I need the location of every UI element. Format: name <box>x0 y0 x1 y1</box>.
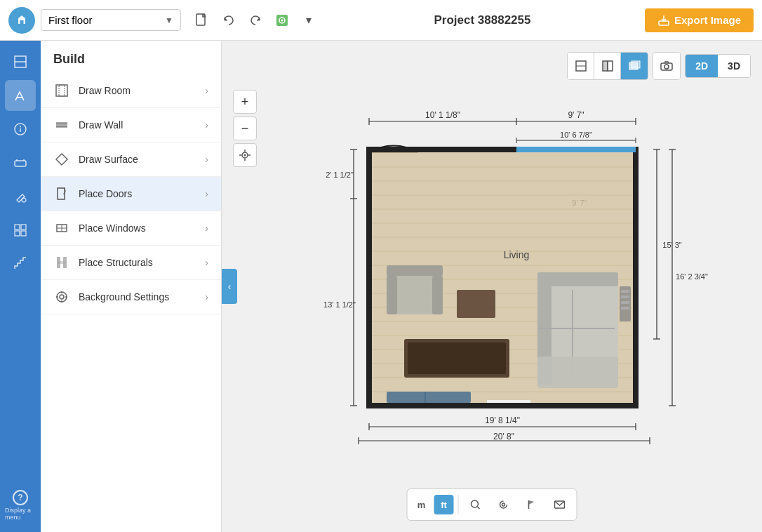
svg-rect-21 <box>59 85 65 96</box>
svg-point-11 <box>20 126 21 128</box>
svg-line-137 <box>478 507 480 509</box>
canvas-toolbar-bottom: m ft <box>407 488 577 521</box>
main-content: ? Display a menu Build Draw Room › Draw … <box>0 41 762 532</box>
menu-item-place-doors[interactable]: Place Doors › <box>41 177 221 211</box>
undo-button[interactable] <box>218 9 240 32</box>
help-button[interactable]: ? Display a menu <box>5 490 36 521</box>
export-button[interactable]: Export Image <box>645 8 754 32</box>
svg-marker-25 <box>56 154 67 165</box>
svg-point-35 <box>60 295 64 299</box>
draw-room-arrow: › <box>205 85 208 96</box>
sidebar-bottom: ? Display a menu <box>5 490 36 526</box>
svg-rect-129 <box>621 307 629 310</box>
save-button[interactable] <box>271 9 293 32</box>
panel-title: Build <box>41 41 221 74</box>
flag-tool-btn[interactable] <box>519 492 544 517</box>
canvas-toolbar-top: 2D 3D <box>567 52 751 80</box>
svg-text:20' 8": 20' 8" <box>493 432 514 441</box>
camera-btn[interactable] <box>653 53 680 79</box>
icon-sidebar: ? Display a menu <box>0 41 41 532</box>
svg-rect-42 <box>603 61 608 71</box>
svg-rect-124 <box>537 357 618 388</box>
floor-selector-arrow: ▼ <box>165 15 173 25</box>
help-label: Display a menu <box>5 507 36 521</box>
menu-item-draw-wall[interactable]: Draw Wall › <box>41 108 221 142</box>
svg-point-136 <box>472 500 479 507</box>
sidebar-item-build[interactable] <box>5 80 36 111</box>
extra-options-group <box>653 52 681 80</box>
topbar: First floor ▼ ▾ Project 38882255 Export … <box>0 0 762 41</box>
svg-text:10' 6 7/8": 10' 6 7/8" <box>560 131 592 139</box>
help-circle-icon: ? <box>13 490 28 505</box>
sidebar-item-staircase[interactable] <box>5 248 36 279</box>
search-tool-btn[interactable] <box>463 492 488 517</box>
svg-text:2' 1 1/2": 2' 1 1/2" <box>326 171 354 179</box>
place-structurals-icon <box>53 254 70 271</box>
outline-view-btn[interactable] <box>568 53 594 79</box>
svg-rect-113 <box>387 265 443 276</box>
draw-wall-arrow: › <box>205 119 208 131</box>
sidebar-item-furniture[interactable] <box>5 147 36 178</box>
menu-item-place-structurals[interactable]: Place Structurals › <box>41 246 221 280</box>
redo-button[interactable] <box>244 9 267 32</box>
menu-item-place-windows[interactable]: Place Windows › <box>41 211 221 246</box>
settings-tool-btn[interactable] <box>491 492 516 517</box>
fill-view-btn[interactable] <box>594 53 621 79</box>
svg-text:16' 2 3/4": 16' 2 3/4" <box>676 272 708 281</box>
toolbar-separator-1 <box>458 495 459 514</box>
svg-rect-43 <box>608 61 613 71</box>
zoom-out-btn[interactable]: − <box>233 117 257 140</box>
sidebar-item-floorplan[interactable] <box>5 46 36 77</box>
background-settings-arrow: › <box>205 291 208 302</box>
svg-rect-2 <box>196 14 205 25</box>
floor-label: First floor <box>48 14 93 26</box>
canvas-zoom-controls: + − <box>233 90 257 167</box>
3d-mode-btn[interactable]: 3D <box>718 55 750 77</box>
toggle-panel-button[interactable]: ‹ <box>222 269 237 304</box>
svg-rect-116 <box>457 290 495 318</box>
background-settings-icon <box>53 288 70 305</box>
svg-rect-20 <box>56 85 67 96</box>
zoom-in-btn[interactable]: + <box>233 90 257 114</box>
svg-rect-33 <box>57 261 67 264</box>
place-doors-arrow: › <box>205 188 208 199</box>
canvas-area[interactable]: ‹ 2D 3D <box>222 41 762 532</box>
svg-point-138 <box>502 503 505 506</box>
svg-rect-18 <box>15 231 20 236</box>
project-title: Project 38882255 <box>326 13 639 27</box>
logo-button[interactable] <box>8 7 35 34</box>
background-settings-label: Background Settings <box>79 291 196 302</box>
sidebar-item-info[interactable] <box>5 114 36 145</box>
menu-item-background-settings[interactable]: Background Settings › <box>41 280 221 314</box>
place-doors-label: Place Doors <box>79 188 196 199</box>
2d-mode-btn[interactable]: 2D <box>686 55 718 77</box>
menu-item-draw-room[interactable]: Draw Room › <box>41 74 221 108</box>
unit-m-btn[interactable]: m <box>412 495 432 514</box>
more-button[interactable]: ▾ <box>298 9 320 32</box>
menu-item-draw-surface[interactable]: Draw Surface › <box>41 142 221 177</box>
place-doors-icon <box>53 185 70 202</box>
svg-rect-19 <box>21 231 26 236</box>
svg-text:9' 7": 9' 7" <box>568 110 584 120</box>
view-mode-group <box>567 52 648 80</box>
svg-point-5 <box>281 19 283 21</box>
place-windows-label: Place Windows <box>79 222 196 234</box>
place-structurals-arrow: › <box>205 257 208 268</box>
svg-rect-114 <box>387 276 397 314</box>
recenter-btn[interactable] <box>233 143 257 167</box>
place-structurals-label: Place Structurals <box>79 257 196 268</box>
unit-ft-btn[interactable]: ft <box>434 495 454 514</box>
new-doc-button[interactable] <box>191 9 213 32</box>
sidebar-item-materials[interactable] <box>5 215 36 246</box>
svg-point-34 <box>57 292 67 302</box>
svg-text:Living: Living <box>504 249 530 260</box>
svg-point-49 <box>244 154 246 157</box>
sidebar-item-paint[interactable] <box>5 181 36 212</box>
svg-text:10' 1 1/8": 10' 1 1/8" <box>425 110 460 120</box>
svg-rect-118 <box>408 343 506 374</box>
email-tool-btn[interactable] <box>547 492 573 517</box>
floor-selector[interactable]: First floor ▼ <box>41 9 181 31</box>
svg-point-47 <box>664 65 669 69</box>
3d-view-btn[interactable] <box>621 53 648 79</box>
floor-plan-svg: 10' 1 1/8" 9' 7" 10' 6 7/8" 9' 7" 2' 1 1… <box>278 83 762 518</box>
